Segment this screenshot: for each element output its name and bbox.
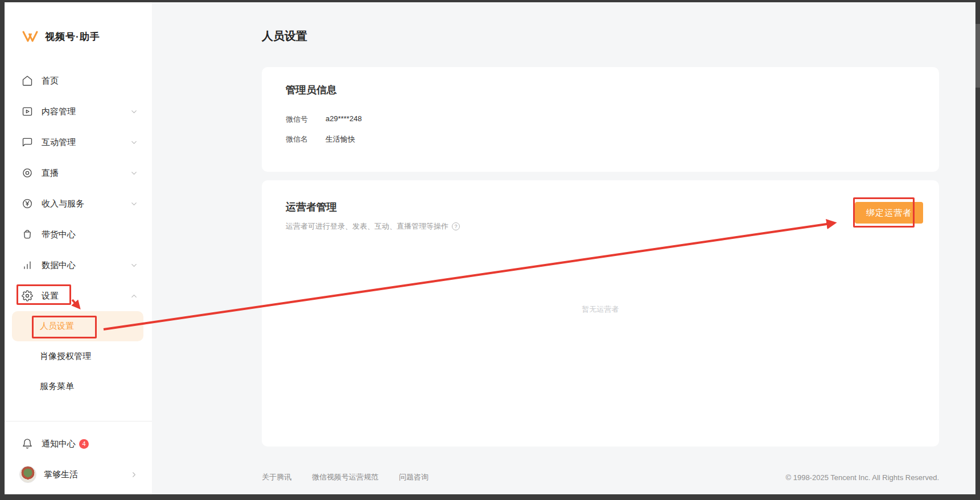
wechat-name-row: 微信名 生活愉快 bbox=[286, 134, 915, 144]
account-name: 掌够生活 bbox=[44, 469, 78, 480]
account-switcher[interactable]: 掌够生活 bbox=[5, 459, 152, 490]
chevron-down-icon bbox=[130, 261, 138, 270]
chevron-up-icon bbox=[130, 292, 138, 300]
page-title: 人员设置 bbox=[262, 28, 939, 44]
sidebar-item-commerce[interactable]: 带货中心 bbox=[5, 219, 152, 250]
app-logo: 视频号·助手 bbox=[22, 27, 152, 46]
wechat-id-row: 微信号 a29****248 bbox=[286, 114, 915, 125]
sidebar-item-data[interactable]: 数据中心 bbox=[5, 250, 152, 280]
sidebar-item-label: 设置 bbox=[42, 291, 59, 301]
sidebar-item-label: 带货中心 bbox=[42, 229, 76, 240]
data-icon bbox=[22, 259, 33, 271]
window-scrollbar[interactable] bbox=[975, 24, 980, 88]
chevron-right-icon bbox=[130, 470, 138, 479]
admin-card-title: 管理员信息 bbox=[286, 83, 915, 97]
sidebar-item-interaction[interactable]: 互动管理 bbox=[5, 127, 152, 158]
commerce-icon bbox=[22, 229, 33, 240]
chevron-down-icon bbox=[130, 138, 138, 147]
app-title: 视频号·助手 bbox=[45, 30, 100, 43]
gear-icon bbox=[22, 290, 33, 301]
notification-label: 通知中心 bbox=[42, 439, 76, 449]
sidebar-nav: 首页 内容管理 互动管理 bbox=[5, 65, 152, 402]
sidebar-item-income[interactable]: 收入与服务 bbox=[5, 188, 152, 219]
footer-link-questions[interactable]: 问题咨询 bbox=[399, 472, 429, 482]
account-avatar bbox=[19, 466, 36, 483]
channels-logo-icon bbox=[22, 29, 39, 44]
empty-operators-text: 暂无运营者 bbox=[582, 304, 619, 315]
sidebar-item-home[interactable]: 首页 bbox=[5, 65, 152, 96]
wechat-name-label: 微信名 bbox=[286, 134, 326, 144]
content-icon bbox=[22, 106, 33, 117]
page-footer: 关于腾讯 微信视频号运营规范 问题咨询 © 1998-2025 Tencent … bbox=[262, 472, 939, 482]
wechat-id-value: a29****248 bbox=[326, 114, 362, 125]
notification-badge: 4 bbox=[79, 439, 89, 449]
window-frame: 视频号·助手 首页 内容管理 bbox=[0, 0, 980, 500]
sidebar-subitem-portrait-authorization[interactable]: 肖像授权管理 bbox=[5, 341, 152, 371]
app-window: 视频号·助手 首页 内容管理 bbox=[5, 2, 975, 494]
sidebar-item-settings[interactable]: 设置 bbox=[5, 280, 152, 311]
chevron-down-icon bbox=[130, 200, 138, 208]
help-icon[interactable]: ? bbox=[452, 222, 460, 230]
wechat-name-value: 生活愉快 bbox=[326, 134, 355, 144]
live-icon bbox=[22, 167, 33, 179]
sidebar-bottom-section: 通知中心 4 掌够生活 bbox=[5, 421, 152, 494]
notification-center-item[interactable]: 通知中心 4 bbox=[5, 428, 152, 459]
chat-icon bbox=[22, 137, 33, 148]
main-area: 人员设置 管理员信息 微信号 a29****248 微信名 生活愉快 运营者管理 bbox=[152, 2, 975, 494]
sidebar-item-label: 收入与服务 bbox=[42, 199, 84, 209]
sidebar-subitem-label: 肖像授权管理 bbox=[40, 351, 91, 362]
copyright-text: © 1998-2025 Tencent Inc. All Rights Rese… bbox=[786, 473, 940, 482]
wechat-id-label: 微信号 bbox=[286, 114, 326, 125]
sidebar-subitem-service-menu[interactable]: 服务菜单 bbox=[5, 371, 152, 402]
chevron-down-icon bbox=[130, 169, 138, 177]
sidebar-divider bbox=[5, 421, 152, 422]
sidebar-item-label: 数据中心 bbox=[42, 260, 76, 271]
admin-info-card: 管理员信息 微信号 a29****248 微信名 生活愉快 bbox=[262, 67, 939, 172]
bell-icon bbox=[22, 438, 33, 449]
sidebar-item-live[interactable]: 直播 bbox=[5, 158, 152, 188]
sidebar-subitem-personnel-settings[interactable]: 人员设置 bbox=[12, 311, 143, 341]
sidebar-item-label: 直播 bbox=[42, 168, 59, 179]
sidebar-item-label: 内容管理 bbox=[42, 106, 76, 117]
sidebar-subitem-label: 人员设置 bbox=[40, 321, 74, 332]
footer-link-operation-standards[interactable]: 微信视频号运营规范 bbox=[312, 472, 378, 482]
sidebar: 视频号·助手 首页 内容管理 bbox=[5, 2, 152, 494]
operator-management-card: 运营者管理 运营者可进行登录、发表、互动、直播管理等操作 ? 绑定运营者 暂无运… bbox=[262, 180, 939, 447]
home-icon bbox=[22, 75, 33, 86]
sidebar-subitem-label: 服务菜单 bbox=[40, 381, 74, 392]
footer-link-about-tencent[interactable]: 关于腾讯 bbox=[262, 472, 291, 482]
sidebar-item-label: 首页 bbox=[42, 76, 59, 86]
sidebar-item-label: 互动管理 bbox=[42, 137, 76, 148]
operator-card-title: 运营者管理 bbox=[286, 200, 915, 214]
operator-subtitle-text: 运营者可进行登录、发表、互动、直播管理等操作 bbox=[286, 221, 448, 232]
bind-operator-button[interactable]: 绑定运营者 bbox=[855, 202, 923, 224]
income-icon bbox=[22, 198, 33, 209]
sidebar-item-content[interactable]: 内容管理 bbox=[5, 96, 152, 127]
chevron-down-icon bbox=[130, 108, 138, 116]
operator-card-subtitle: 运营者可进行登录、发表、互动、直播管理等操作 ? bbox=[286, 221, 915, 232]
